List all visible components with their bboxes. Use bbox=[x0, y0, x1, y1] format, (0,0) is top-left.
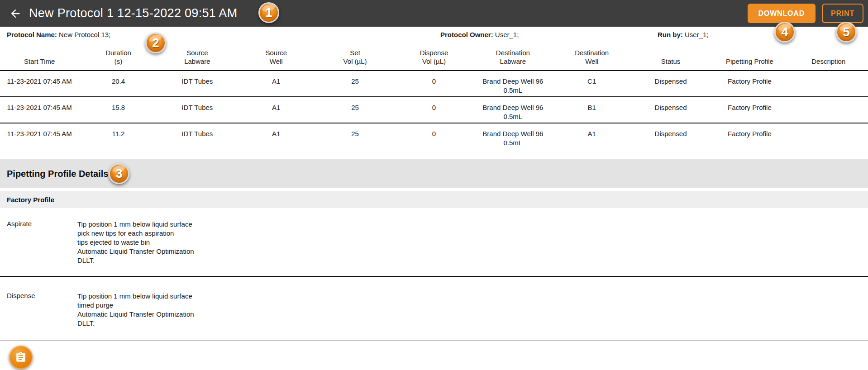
protocol-clipboard-icon bbox=[15, 351, 27, 363]
table-cell: A1 bbox=[553, 129, 631, 159]
app-bar: New Protocol 1 12-15-2022 09:51 AM DOWNL… bbox=[0, 0, 868, 27]
print-button[interactable]: PRINT bbox=[822, 4, 863, 23]
table-cell: 0 bbox=[395, 129, 473, 159]
detail-block-dispense: DispenseTip position 1 mm below liquid s… bbox=[0, 277, 868, 341]
protocol-owner-label: Protocol Owner: bbox=[440, 31, 493, 38]
appbar-actions: DOWNLOAD PRINT bbox=[748, 4, 863, 23]
protocol-name-meta: Protocol Name: New Protocol 13; bbox=[7, 31, 110, 38]
profile-name: Factory Profile bbox=[7, 196, 54, 204]
arrow-back-icon bbox=[9, 7, 22, 20]
column-header: Description bbox=[789, 57, 868, 66]
table-cell: 11-23-2021 07:45 AM bbox=[0, 103, 79, 123]
table-cell: 0 bbox=[395, 103, 473, 123]
factory-profile-subheader: Factory Profile bbox=[0, 191, 868, 208]
table-cell: 15.8 bbox=[79, 103, 157, 123]
callout-badge-4: 4 bbox=[774, 22, 795, 43]
protocol-run-table: Start TimeDuration (s)Source LabwareSour… bbox=[0, 42, 868, 159]
table-cell: C1 bbox=[553, 77, 631, 96]
callout-badge-1: 1 bbox=[258, 2, 279, 23]
table-cell: Factory Profile bbox=[710, 77, 789, 96]
table-cell bbox=[789, 129, 868, 159]
table-cell: 25 bbox=[315, 77, 394, 96]
callout-badge-2: 2 bbox=[145, 33, 166, 53]
protocol-owner-meta: Protocol Owner: User_1; bbox=[440, 31, 519, 38]
run-by-value: User_1; bbox=[685, 31, 709, 38]
page-title: New Protocol 1 12-15-2022 09:51 AM bbox=[29, 6, 237, 20]
table-cell: 25 bbox=[315, 129, 394, 159]
table-cell: Brand Deep Well 96 0.5mL bbox=[473, 129, 552, 159]
pipetting-profile-details-header: Pipetting Profile Details bbox=[0, 159, 868, 188]
profile-detail-blocks: AspirateTip position 1 mm below liquid s… bbox=[0, 208, 868, 341]
detail-label: Aspirate bbox=[0, 220, 77, 265]
back-button[interactable] bbox=[7, 5, 24, 22]
table-cell: B1 bbox=[553, 103, 631, 123]
detail-lines: Tip position 1 mm below liquid surface t… bbox=[77, 292, 194, 328]
table-cell: 25 bbox=[315, 103, 394, 123]
table-row: 11-23-2021 07:45 AM11.2IDT TubesA1250Bra… bbox=[0, 123, 868, 159]
column-header: Status bbox=[631, 57, 710, 66]
run-by-meta: Run by: User_1; bbox=[658, 31, 709, 38]
table-cell: Dispensed bbox=[631, 77, 710, 96]
run-by-label: Run by: bbox=[658, 31, 683, 38]
table-cell bbox=[789, 77, 868, 96]
protocol-name-label: Protocol Name: bbox=[7, 31, 57, 38]
table-cell: 11-23-2021 07:45 AM bbox=[0, 129, 79, 159]
column-header: Destination Well bbox=[553, 48, 631, 66]
table-cell: A1 bbox=[237, 77, 315, 96]
table-cell: Factory Profile bbox=[710, 103, 789, 123]
column-header: Start Time bbox=[0, 57, 79, 66]
table-cell: A1 bbox=[237, 129, 315, 159]
table-cell: 11-23-2021 07:45 AM bbox=[0, 77, 79, 96]
protocol-owner-value: User_1; bbox=[495, 31, 519, 38]
table-cell: 0 bbox=[395, 77, 473, 96]
protocol-meta-row: Protocol Name: New Protocol 13; Protocol… bbox=[0, 27, 868, 42]
table-cell: 11.2 bbox=[79, 129, 157, 159]
protocol-fab-button[interactable] bbox=[9, 346, 33, 369]
column-header: Source Labware bbox=[158, 48, 237, 66]
table-row: 11-23-2021 07:45 AM20.4IDT TubesA1250Bra… bbox=[0, 71, 868, 97]
table-cell bbox=[789, 103, 868, 123]
detail-label: Dispense bbox=[0, 292, 77, 328]
table-cell: A1 bbox=[237, 103, 315, 123]
table-cell: IDT Tubes bbox=[158, 77, 237, 96]
table-header-row: Start TimeDuration (s)Source LabwareSour… bbox=[0, 42, 868, 71]
download-button[interactable]: DOWNLOAD bbox=[748, 4, 816, 23]
table-cell: 20.4 bbox=[79, 77, 157, 96]
table-cell: Brand Deep Well 96 0.5mL bbox=[473, 103, 552, 123]
column-header: Set Vol (µL) bbox=[315, 48, 394, 66]
table-cell: IDT Tubes bbox=[158, 129, 237, 159]
table-row: 11-23-2021 07:45 AM15.8IDT TubesA1250Bra… bbox=[0, 97, 868, 123]
column-header: Source Well bbox=[237, 48, 315, 66]
column-header: Pipetting Profile bbox=[710, 57, 789, 66]
table-body: 11-23-2021 07:45 AM20.4IDT TubesA1250Bra… bbox=[0, 71, 868, 159]
protocol-name-value: New Protocol 13; bbox=[59, 31, 110, 38]
table-cell: IDT Tubes bbox=[158, 103, 237, 123]
table-cell: Dispensed bbox=[631, 129, 710, 159]
detail-block-aspirate: AspirateTip position 1 mm below liquid s… bbox=[0, 208, 868, 277]
callout-badge-5: 5 bbox=[836, 22, 857, 43]
table-cell: Brand Deep Well 96 0.5mL bbox=[473, 77, 552, 96]
table-cell: Factory Profile bbox=[710, 129, 789, 159]
table-cell: Dispensed bbox=[631, 103, 710, 123]
column-header: Duration (s) bbox=[79, 48, 157, 66]
section-title: Pipetting Profile Details bbox=[7, 169, 108, 179]
callout-badge-3: 3 bbox=[109, 163, 129, 184]
column-header: Dispense Vol (µL) bbox=[395, 48, 473, 66]
column-header: Destination Labware bbox=[473, 48, 552, 66]
detail-lines: Tip position 1 mm below liquid surface p… bbox=[77, 220, 194, 265]
